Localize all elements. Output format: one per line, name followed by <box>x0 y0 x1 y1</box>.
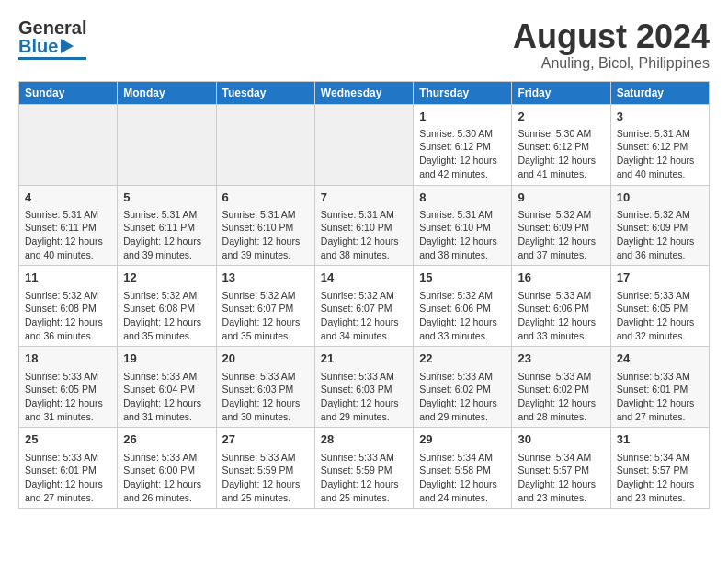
calendar-table: SundayMondayTuesdayWednesdayThursdayFrid… <box>18 81 710 510</box>
logo-underline <box>18 57 86 60</box>
calendar-cell: 16Sunrise: 5:33 AMSunset: 6:06 PMDayligh… <box>512 266 610 347</box>
logo-arrow-icon <box>61 39 74 53</box>
day-info: Daylight: 12 hours <box>617 154 703 167</box>
calendar-cell: 2Sunrise: 5:30 AMSunset: 6:12 PMDaylight… <box>512 104 610 185</box>
day-info: Sunrise: 5:33 AM <box>617 370 703 384</box>
day-info: and 27 minutes. <box>617 410 703 424</box>
day-info: and 31 minutes. <box>123 410 210 424</box>
day-info: Sunrise: 5:34 AM <box>419 451 506 465</box>
day-info: and 39 minutes. <box>123 248 210 262</box>
day-info: Sunrise: 5:34 AM <box>518 451 604 465</box>
calendar-cell <box>19 104 118 185</box>
day-number: 19 <box>123 350 210 367</box>
calendar-week-row: 18Sunrise: 5:33 AMSunset: 6:05 PMDayligh… <box>19 347 710 428</box>
page-header: General Blue August 2024 Anuling, Bicol,… <box>18 18 710 72</box>
day-number: 24 <box>617 350 703 367</box>
day-info: Sunset: 6:06 PM <box>419 302 506 316</box>
day-info: Daylight: 12 hours <box>518 477 604 491</box>
day-info: Sunset: 6:09 PM <box>617 221 703 235</box>
day-info: Sunrise: 5:33 AM <box>25 451 111 465</box>
day-info: and 28 minutes. <box>518 410 604 424</box>
day-number: 13 <box>222 270 309 286</box>
day-info: and 27 minutes. <box>25 491 111 505</box>
day-info: Sunrise: 5:33 AM <box>518 370 604 384</box>
day-info: Sunrise: 5:31 AM <box>25 208 111 222</box>
day-info: Daylight: 12 hours <box>617 477 703 491</box>
day-info: and 23 minutes. <box>617 491 703 505</box>
day-info: Daylight: 12 hours <box>25 235 111 248</box>
day-info: Sunset: 6:00 PM <box>123 464 210 477</box>
day-number: 4 <box>25 190 111 206</box>
calendar-cell: 29Sunrise: 5:34 AMSunset: 5:58 PMDayligh… <box>414 428 512 509</box>
day-header-thursday: Thursday <box>414 81 512 104</box>
day-info: Sunset: 6:02 PM <box>419 383 506 396</box>
day-info: and 29 minutes. <box>321 410 407 424</box>
day-info: Sunset: 6:10 PM <box>321 221 407 235</box>
calendar-cell: 31Sunrise: 5:34 AMSunset: 5:57 PMDayligh… <box>610 428 709 509</box>
calendar-cell: 26Sunrise: 5:33 AMSunset: 6:00 PMDayligh… <box>118 428 216 509</box>
logo: General Blue <box>18 18 86 60</box>
day-number: 15 <box>419 270 506 286</box>
day-number: 5 <box>123 190 210 206</box>
day-info: Sunrise: 5:33 AM <box>222 370 309 384</box>
day-info: Daylight: 12 hours <box>419 235 506 248</box>
day-info: Daylight: 12 hours <box>518 316 604 329</box>
day-info: and 25 minutes. <box>321 491 407 505</box>
day-info: Sunset: 6:10 PM <box>222 221 309 235</box>
day-info: Sunrise: 5:33 AM <box>25 370 111 384</box>
day-info: and 38 minutes. <box>419 248 506 262</box>
calendar-cell: 5Sunrise: 5:31 AMSunset: 6:11 PMDaylight… <box>118 185 216 266</box>
calendar-cell: 17Sunrise: 5:33 AMSunset: 6:05 PMDayligh… <box>610 266 709 347</box>
day-info: Sunrise: 5:30 AM <box>419 127 506 141</box>
day-info: Sunset: 6:03 PM <box>222 383 309 396</box>
day-info: Sunrise: 5:34 AM <box>617 451 703 465</box>
day-info: Sunset: 6:05 PM <box>25 383 111 396</box>
day-info: and 29 minutes. <box>419 410 506 424</box>
day-number: 25 <box>25 431 111 448</box>
calendar-cell: 24Sunrise: 5:33 AMSunset: 6:01 PMDayligh… <box>610 347 709 428</box>
day-info: Daylight: 12 hours <box>123 235 210 248</box>
day-number: 3 <box>617 109 703 125</box>
day-info: and 41 minutes. <box>518 167 604 181</box>
day-number: 8 <box>419 190 506 206</box>
day-info: Sunrise: 5:32 AM <box>25 289 111 303</box>
day-info: Sunrise: 5:31 AM <box>617 127 703 141</box>
day-info: Daylight: 12 hours <box>419 154 506 167</box>
day-info: Sunrise: 5:32 AM <box>123 289 210 303</box>
calendar-cell: 12Sunrise: 5:32 AMSunset: 6:08 PMDayligh… <box>118 266 216 347</box>
calendar-cell: 18Sunrise: 5:33 AMSunset: 6:05 PMDayligh… <box>19 347 118 428</box>
day-info: Sunset: 5:59 PM <box>222 464 309 477</box>
calendar-subtitle: Anuling, Bicol, Philippines <box>513 55 710 72</box>
day-info: Daylight: 12 hours <box>518 154 604 167</box>
title-block: August 2024 Anuling, Bicol, Philippines <box>513 18 710 72</box>
day-info: and 36 minutes. <box>617 248 703 262</box>
day-info: and 26 minutes. <box>123 491 210 505</box>
day-info: Daylight: 12 hours <box>419 396 506 410</box>
day-info: Sunset: 5:57 PM <box>518 464 604 477</box>
day-info: Sunset: 6:04 PM <box>123 383 210 396</box>
day-header-friday: Friday <box>512 81 610 104</box>
calendar-cell: 7Sunrise: 5:31 AMSunset: 6:10 PMDaylight… <box>314 185 413 266</box>
day-info: and 34 minutes. <box>321 329 407 343</box>
day-number: 29 <box>419 431 506 448</box>
day-number: 2 <box>518 109 604 125</box>
day-info: Daylight: 12 hours <box>25 396 111 410</box>
day-info: and 33 minutes. <box>518 329 604 343</box>
day-info: Daylight: 12 hours <box>123 477 210 491</box>
day-info: Sunset: 6:12 PM <box>617 140 703 154</box>
day-number: 6 <box>222 190 309 206</box>
day-info: Sunrise: 5:33 AM <box>419 370 506 384</box>
day-info: Sunrise: 5:31 AM <box>222 208 309 222</box>
day-info: and 35 minutes. <box>222 329 309 343</box>
day-info: Sunrise: 5:32 AM <box>419 289 506 303</box>
day-info: Daylight: 12 hours <box>25 477 111 491</box>
calendar-cell: 10Sunrise: 5:32 AMSunset: 6:09 PMDayligh… <box>610 185 709 266</box>
day-info: Sunset: 6:12 PM <box>419 140 506 154</box>
day-number: 30 <box>518 431 604 448</box>
day-info: Daylight: 12 hours <box>222 316 309 329</box>
calendar-cell: 20Sunrise: 5:33 AMSunset: 6:03 PMDayligh… <box>216 347 314 428</box>
calendar-cell: 8Sunrise: 5:31 AMSunset: 6:10 PMDaylight… <box>414 185 512 266</box>
day-info: Sunset: 6:03 PM <box>321 383 407 396</box>
calendar-week-row: 1Sunrise: 5:30 AMSunset: 6:12 PMDaylight… <box>19 104 710 185</box>
day-number: 7 <box>321 190 407 206</box>
